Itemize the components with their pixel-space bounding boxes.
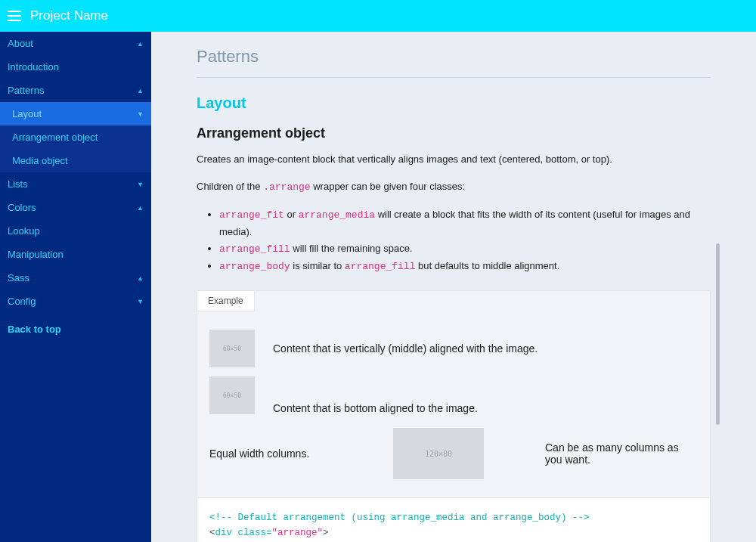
sidebar-section-patterns[interactable]: Patterns▲ (0, 79, 151, 102)
sidebar-item-introduction[interactable]: Introduction (0, 55, 151, 79)
text-fragment: but defaults to middle alignment. (415, 260, 559, 271)
menu-icon[interactable] (8, 11, 21, 21)
sidebar-label: Patterns (8, 85, 44, 96)
sidebar-item-config[interactable]: Config▼ (0, 290, 151, 313)
sidebar: About▲ Introduction Patterns▲ Layout▼ Ar… (0, 32, 151, 542)
chevron-down-icon: ▼ (137, 110, 144, 118)
chevron-up-icon: ▲ (137, 87, 144, 94)
chevron-up-icon: ▲ (137, 204, 144, 212)
list-item: arrange_body is similar to arrange_fill … (219, 258, 711, 275)
text-fragment: is similar to (290, 260, 345, 271)
code-inline: arrange_fit (219, 209, 284, 221)
sidebar-item-manipulation[interactable]: Manipulation (0, 243, 151, 266)
main-content: Patterns Layout Arrangement object Creat… (151, 32, 756, 542)
description-2: Children of the .arrange wrapper can be … (197, 179, 711, 195)
sidebar-item-lists[interactable]: Lists▼ (0, 172, 151, 196)
bullet-list: arrange_fit or arrange_media will create… (219, 206, 711, 275)
chevron-up-icon: ▲ (137, 274, 144, 282)
example-columns: Equal width columns. 120×80 Can be as ma… (209, 428, 698, 479)
example-row-middle: 60×50 Content that is vertically (middle… (209, 330, 698, 367)
sidebar-section-colors[interactable]: Colors▲ (0, 196, 151, 219)
breadcrumb: Patterns (197, 47, 711, 78)
project-title: Project Name (30, 8, 108, 23)
scrollbar-thumb[interactable] (716, 243, 720, 425)
text-fragment: wrapper can be given four classes: (311, 181, 466, 192)
example-text: Content that is vertically (middle) alig… (273, 342, 538, 355)
section-heading-arrangement: Arrangement object (197, 125, 711, 141)
list-item: arrange_fit or arrange_media will create… (219, 206, 711, 240)
placeholder-image: 60×50 (209, 376, 255, 414)
section-heading-layout: Layout (197, 94, 711, 112)
example-col-right: Can be as many columns as you want. (515, 441, 698, 466)
sidebar-label: Lists (8, 178, 28, 190)
chevron-down-icon: ▼ (137, 181, 144, 188)
text-fragment: will fill the remaining space. (290, 243, 413, 254)
placeholder-image: 120×80 (393, 428, 484, 479)
list-item: arrange_fill will fill the remaining spa… (219, 240, 711, 258)
sidebar-item-lookup[interactable]: Lookup (0, 219, 151, 243)
text-fragment: or (284, 209, 299, 220)
chevron-up-icon: ▲ (137, 40, 144, 48)
sidebar-label: Config (8, 296, 36, 307)
sidebar-label: About (8, 38, 33, 49)
sidebar-section-sass[interactable]: Sass▲ (0, 266, 151, 290)
text-fragment: Children of the (197, 181, 263, 192)
example-col-left: Equal width columns. (209, 448, 362, 460)
code-inline: arrange_media (299, 209, 375, 221)
example-col-center: 120×80 (362, 428, 515, 479)
example-tab[interactable]: Example (197, 291, 255, 311)
sidebar-label: Colors (8, 202, 36, 213)
sidebar-item-layout[interactable]: Layout▼ (0, 102, 151, 125)
code-inline: arrange_body (219, 261, 290, 272)
code-inline: arrange_fill (219, 243, 290, 255)
description-1: Creates an image-content block that vert… (197, 152, 711, 167)
code-block: <!-- Default arrangement (using arrange_… (197, 497, 710, 542)
sidebar-label: Layout (12, 108, 42, 119)
sidebar-label: Sass (8, 272, 29, 283)
chevron-down-icon: ▼ (137, 298, 144, 305)
sidebar-section-about[interactable]: About▲ (0, 32, 151, 55)
sidebar-item-arrangement[interactable]: Arrangement object (0, 125, 151, 149)
sidebar-item-media[interactable]: Media object (0, 149, 151, 172)
placeholder-image: 60×50 (209, 330, 255, 367)
example-panel: Example 60×50 Content that is vertically… (197, 290, 711, 542)
back-to-top[interactable]: Back to top (0, 313, 151, 345)
example-row-bottom: 60×50 Content that is bottom aligned to … (209, 376, 698, 414)
example-text: Content that is bottom aligned to the im… (273, 402, 478, 414)
code-inline: .arrange (263, 181, 310, 193)
code-inline: arrange_fill (345, 261, 416, 272)
top-bar: Project Name (0, 0, 756, 32)
example-body: 60×50 Content that is vertically (middle… (197, 311, 710, 497)
